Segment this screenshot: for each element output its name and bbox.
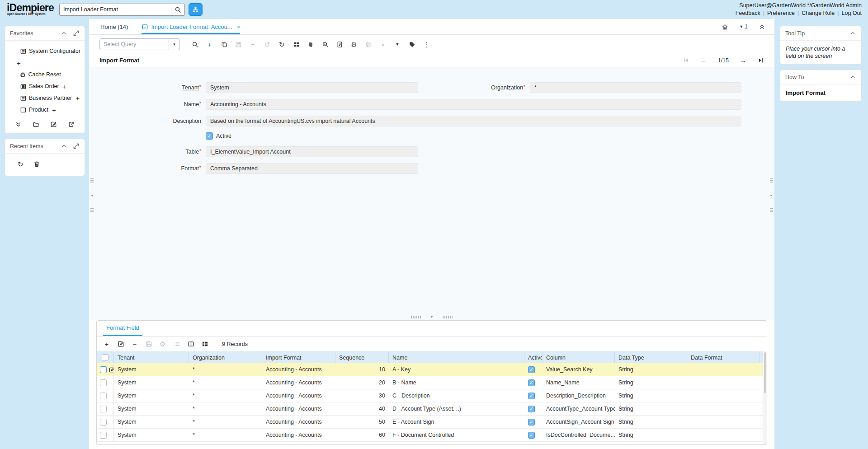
search-icon[interactable] xyxy=(171,4,184,16)
log-out-link[interactable]: Log Out xyxy=(842,10,862,16)
tenant-field[interactable]: System xyxy=(206,82,418,93)
active-checkbox[interactable]: ✓ xyxy=(528,379,535,386)
organization-field[interactable]: * xyxy=(530,82,741,93)
collapse-panel-icon[interactable] xyxy=(61,143,67,150)
home-icon[interactable] xyxy=(722,23,728,30)
column-header-tenant[interactable]: Tenant xyxy=(114,352,189,363)
add-node-icon[interactable]: + xyxy=(52,106,56,114)
previous-record-icon[interactable]: ← xyxy=(700,57,707,64)
share-icon[interactable] xyxy=(68,121,75,128)
tab-home[interactable]: Home (14) xyxy=(100,19,128,34)
last-record-icon[interactable] xyxy=(757,57,764,64)
collapse-panel-icon[interactable] xyxy=(61,30,67,37)
table-row[interactable]: System*Accounting - Accounts10A - Key✓Va… xyxy=(97,363,763,376)
expand-panel-icon[interactable] xyxy=(73,143,80,150)
find-icon[interactable] xyxy=(191,40,199,48)
east-splitter-handle[interactable]: ▸ xyxy=(770,178,773,213)
table-row[interactable]: System*Accounting - Accounts60F - Docume… xyxy=(97,429,763,442)
description-field[interactable]: Based on the format of AccountingUS.cvs … xyxy=(206,116,741,126)
refresh-icon[interactable]: ↻ xyxy=(278,40,286,48)
favorites-add-button[interactable]: + xyxy=(5,57,85,69)
column-header-import-format[interactable]: Import Format xyxy=(262,352,335,363)
refresh-icon[interactable]: ↻ xyxy=(18,161,24,168)
active-checkbox[interactable]: ✓ xyxy=(528,366,535,373)
south-splitter-handle[interactable]: ▼ xyxy=(411,315,453,319)
row-checkbox[interactable] xyxy=(100,432,107,439)
expand-icon[interactable]: ▼ xyxy=(393,40,401,48)
add-node-icon[interactable]: + xyxy=(17,59,21,67)
feedback-link[interactable]: Feedback xyxy=(736,10,760,16)
column-header-organization[interactable]: Organization xyxy=(189,352,262,363)
expand-panel-icon[interactable] xyxy=(73,30,80,37)
zoom-icon[interactable] xyxy=(321,40,329,48)
delete-icon[interactable]: − xyxy=(131,340,139,348)
more-icon[interactable]: ⋮ xyxy=(422,40,430,48)
attachment-icon[interactable] xyxy=(307,40,315,48)
new-icon[interactable]: + xyxy=(103,340,111,348)
folder-icon[interactable] xyxy=(33,121,39,128)
table-row[interactable]: System*Accounting - Accounts20B - Name✓N… xyxy=(97,376,763,389)
edit-icon[interactable] xyxy=(50,121,57,128)
collapse-panel-icon[interactable] xyxy=(849,74,856,80)
favorites-item-business-partner[interactable]: Business Partner+ xyxy=(5,92,85,104)
preference-link[interactable]: Preference xyxy=(767,10,795,16)
edit-row-icon[interactable] xyxy=(108,366,114,373)
copy-icon[interactable] xyxy=(220,40,228,48)
add-node-icon[interactable]: + xyxy=(75,94,80,102)
column-header-sequence[interactable]: Sequence xyxy=(335,352,389,363)
active-checkbox[interactable]: ✓ xyxy=(206,132,213,140)
table-row[interactable]: System*Accounting - Accounts50E - Accoun… xyxy=(97,416,763,429)
collapse-panel-icon[interactable] xyxy=(849,30,856,37)
double-chevron-down-icon[interactable] xyxy=(15,121,22,128)
column-header-sta[interactable]: Sta xyxy=(760,352,763,363)
table-scrollbar[interactable] xyxy=(763,351,767,444)
label-icon[interactable] xyxy=(408,40,416,48)
tab-format-field[interactable]: Format Field xyxy=(103,321,142,336)
menu-tree-button[interactable] xyxy=(189,3,203,16)
open-windows-dropdown[interactable]: ▼ 1 xyxy=(739,23,748,30)
tab-import-loader-format[interactable]: Import Loader Format: Accou... × xyxy=(142,19,240,34)
change-role-link[interactable]: Change Role xyxy=(802,10,835,16)
column-header-column[interactable]: Column xyxy=(542,352,615,363)
active-checkbox[interactable]: ✓ xyxy=(528,406,535,412)
select-query-input[interactable] xyxy=(100,41,169,47)
grid-toggle-icon[interactable] xyxy=(292,40,300,48)
row-checkbox[interactable] xyxy=(100,406,107,412)
grid-icon[interactable] xyxy=(201,340,209,348)
table-field[interactable]: I_ElementValue_Import Account xyxy=(206,146,418,157)
row-checkbox[interactable] xyxy=(100,366,107,373)
favorites-item-product[interactable]: Product+ xyxy=(5,104,85,116)
table-row[interactable]: System*Accounting - Accounts30C - Descri… xyxy=(97,389,763,402)
active-checkbox[interactable]: ✓ xyxy=(528,432,535,439)
column-header-data-type[interactable]: Data Type xyxy=(615,352,687,363)
row-checkbox[interactable] xyxy=(100,419,107,426)
name-field[interactable]: Accounting - Accounts xyxy=(206,99,741,110)
process-icon[interactable]: ⚙ xyxy=(350,40,358,48)
report-icon[interactable] xyxy=(335,40,344,48)
trash-icon[interactable] xyxy=(33,161,40,168)
table-row[interactable]: System*Accounting - Accounts40D - Accoun… xyxy=(97,402,763,416)
delete-icon[interactable]: − xyxy=(249,40,257,48)
collapse-all-icon[interactable] xyxy=(759,23,765,30)
select-all-checkbox[interactable] xyxy=(102,354,108,361)
favorites-item-system-configurator[interactable]: System Configurator xyxy=(5,45,85,57)
next-record-icon[interactable]: → xyxy=(740,57,746,64)
favorites-item-cache-reset[interactable]: ⚙Cache Reset xyxy=(5,69,85,80)
favorites-item-sales-order[interactable]: Sales Order+ xyxy=(5,80,85,92)
chevron-down-icon[interactable]: ▼ xyxy=(169,38,179,50)
row-checkbox[interactable] xyxy=(100,379,107,386)
format-field[interactable]: Comma Separated xyxy=(206,163,418,174)
first-record-icon[interactable] xyxy=(683,57,689,64)
column-header-active[interactable]: Active xyxy=(524,352,542,363)
active-checkbox[interactable]: ✓ xyxy=(528,419,535,426)
add-node-icon[interactable]: + xyxy=(63,83,67,90)
column-header-name[interactable]: Name xyxy=(389,352,524,363)
west-splitter-handle[interactable]: ◂ xyxy=(90,178,94,213)
active-checkbox[interactable]: ✓ xyxy=(528,393,535,399)
row-checkbox[interactable] xyxy=(100,393,107,399)
new-icon[interactable]: + xyxy=(205,40,213,48)
columns-icon[interactable] xyxy=(187,340,195,348)
search-input[interactable] xyxy=(60,4,171,15)
edit-icon[interactable] xyxy=(117,340,125,348)
close-tab-icon[interactable]: × xyxy=(237,23,241,30)
